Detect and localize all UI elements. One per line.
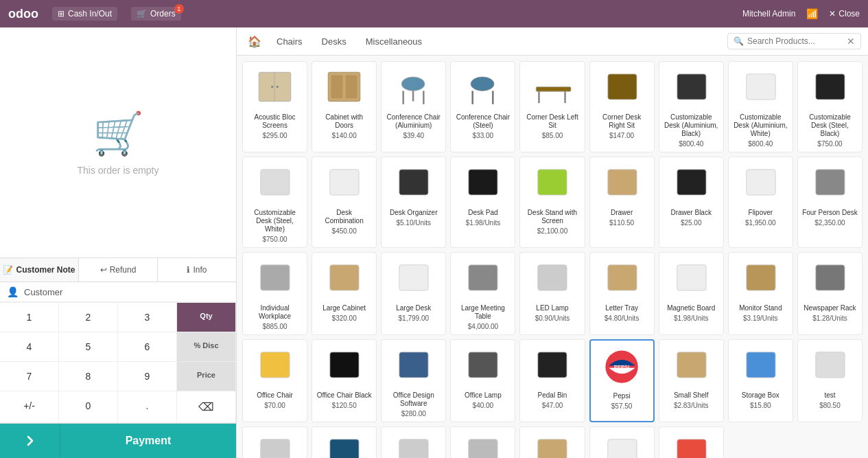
search-close-icon[interactable]: ✕ [847,36,855,47]
payment-button[interactable]: Payment [60,424,236,458]
disc-button[interactable]: % Disc [177,332,236,362]
num-2[interactable]: 2 [59,303,118,332]
product-image-7 [736,66,784,111]
num-7[interactable]: 7 [0,362,59,391]
product-name-29: Office Design Software [386,391,441,408]
num-5[interactable]: 5 [59,332,118,362]
product-card-11[interactable]: Desk Organizer $5.10/Units [381,157,446,248]
product-card-22[interactable]: LED Lamp $0.90/Units [519,252,585,335]
product-price-21: $4,000.00 [468,323,499,330]
product-card-6[interactable]: Customizable Desk (Aluminium, Black) $80… [659,61,724,152]
product-card-17[interactable]: Four Person Desk $2,350.00 [797,157,863,248]
product-card-15[interactable]: Drawer Black $25.00 [659,157,724,248]
svg-rect-14 [537,87,572,91]
search-input[interactable] [747,36,843,46]
product-card-39[interactable]: Virtual Interior Design $30.75 [450,426,515,458]
numpad-area: 👤 Customer 1 2 3 Qty 4 5 6 % Disc 7 8 9 … [0,282,236,423]
close-button[interactable]: ✕ Close [829,9,860,19]
product-card-37[interactable]: Three-Seat Sofa $1,500.00 [312,426,377,458]
cash-in-out-button[interactable]: ⊞ Cash In/Out [52,7,117,21]
customer-row[interactable]: 👤 Customer [0,282,236,302]
orders-button[interactable]: 🛒 Orders 1 [131,7,181,21]
product-card-27[interactable]: Office Chair $70.00 [242,339,307,422]
product-price-5: $147.00 [609,132,634,139]
price-button[interactable]: Price [177,362,236,391]
num-0[interactable]: 0 [59,391,118,423]
num-6[interactable]: 6 [118,332,177,362]
product-card-34[interactable]: Storage Box $15.80 [728,339,793,422]
svg-rect-22 [330,170,359,195]
cat-chairs[interactable]: Chairs [268,34,311,49]
product-card-3[interactable]: Conference Chair (Steel) $33.00 [450,61,515,152]
payment-nav-button[interactable] [0,424,60,458]
tab-refund[interactable]: ↩ Refund [79,258,158,282]
product-image-9 [251,161,299,206]
product-card-25[interactable]: Monitor Stand $3.19/Units [728,252,793,335]
svg-rect-42 [469,352,497,378]
product-image-4 [528,66,576,111]
product-card-26[interactable]: Newspaper Rack $1.28/Units [797,252,863,335]
num-dot[interactable]: . [118,391,177,423]
product-image-13 [528,161,576,206]
product-card-33[interactable]: Small Shelf $2.83/Units [659,339,724,422]
product-card-35[interactable]: test $80.50 [797,339,863,422]
cat-desks[interactable]: Desks [314,34,355,49]
product-card-0[interactable]: Acoustic Bloc Screens $295.00 [242,61,307,152]
product-card-14[interactable]: Drawer $110.50 [589,157,655,248]
product-price-17: $2,350.00 [814,219,845,227]
product-card-30[interactable]: Office Lamp $40.00 [450,339,515,422]
product-name-6: Customizable Desk (Aluminium, Black) [664,113,719,138]
svg-text:PEPSI: PEPSI [613,364,629,370]
product-svg-18 [253,260,297,298]
home-category-button[interactable]: 🏠 [244,34,266,49]
num-plusminus[interactable]: +/- [0,391,59,423]
backspace-button[interactable]: ⌫ [177,391,236,423]
product-price-11: $5.10/Units [396,219,431,227]
product-image-2 [390,66,438,111]
product-name-24: Magnetic Board [667,304,715,312]
product-card-23[interactable]: Letter Tray $4.80/Units [589,252,655,335]
product-card-8[interactable]: Customizable Desk (Steel, Black) $750.00 [797,61,863,152]
product-card-32[interactable]: PEPSI Pepsi $57.50 [589,339,655,422]
product-card-41[interactable]: Whiteboard $1.70/Units [589,426,655,458]
product-card-5[interactable]: Corner Desk Right Sit $147.00 [589,61,655,152]
cat-miscellaneous[interactable]: Miscellaneous [357,34,430,49]
num-4[interactable]: 4 [0,332,59,362]
svg-rect-35 [607,265,636,290]
num-1[interactable]: 1 [0,303,59,332]
product-card-28[interactable]: Office Chair Black $120.50 [312,339,377,422]
product-card-19[interactable]: Large Cabinet $320.00 [312,252,377,335]
product-card-38[interactable]: Virtual Home Staging $38.25 [381,426,446,458]
product-card-13[interactable]: Desk Stand with Screen $2,100.00 [519,157,585,248]
product-card-29[interactable]: Office Design Software $280.00 [381,339,446,422]
product-card-24[interactable]: Magnetic Board $1.98/Units [659,252,724,335]
product-card-4[interactable]: Corner Desk Left Sit $85.00 [519,61,585,152]
product-card-7[interactable]: Customizable Desk (Aluminium, White) $80… [728,61,793,152]
product-card-20[interactable]: Large Desk $1,799.00 [381,252,446,335]
product-card-42[interactable]: Whiteboard Pen $1.20/Units [659,426,724,458]
order-area: 🛒 This order is empty [0,27,236,257]
product-card-18[interactable]: Individual Workplace $885.00 [242,252,307,335]
orders-badge: 1 [174,4,184,14]
product-price-22: $0.90/Units [535,314,570,322]
product-svg-19 [322,260,366,298]
product-card-36[interactable]: testing1 $11.50 [242,426,307,458]
product-card-2[interactable]: Conference Chair (Aluminium) $39.40 [381,61,446,152]
numpad-grid: 1 2 3 Qty 4 5 6 % Disc 7 8 9 Price +/- 0… [0,302,236,423]
num-9[interactable]: 9 [118,362,177,391]
product-card-21[interactable]: Large Meeting Table $4,000.00 [450,252,515,335]
tab-customer-note[interactable]: 📝 Customer Note [0,258,79,282]
product-card-31[interactable]: Pedal Bin $47.00 [519,339,585,422]
product-svg-9 [253,165,297,203]
qty-button[interactable]: Qty [177,303,236,332]
customer-label: Customer [24,287,62,297]
product-card-9[interactable]: Customizable Desk (Steel, White) $750.00 [242,157,307,248]
product-card-12[interactable]: Desk Pad $1.98/Units [450,157,515,248]
tab-info[interactable]: ℹ Info [158,258,236,282]
product-card-16[interactable]: Flipover $1,950.00 [728,157,793,248]
product-card-1[interactable]: Cabinet with Doors $140.00 [312,61,377,152]
num-3[interactable]: 3 [118,303,177,332]
num-8[interactable]: 8 [59,362,118,391]
product-card-40[interactable]: Wall Shelf Unit $1.98/Units [519,426,585,458]
product-card-10[interactable]: Desk Combination $450.00 [312,157,377,248]
